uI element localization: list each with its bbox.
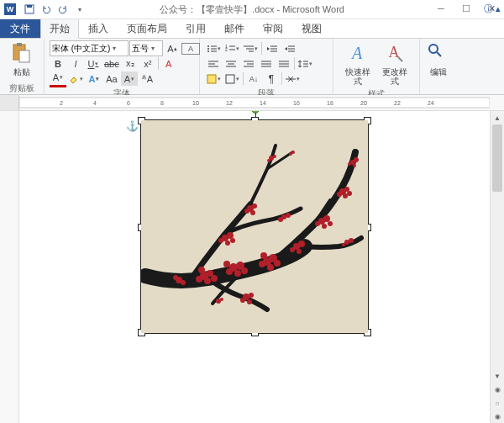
svg-point-70: [198, 267, 205, 273]
align-left-icon[interactable]: [205, 56, 222, 71]
svg-point-79: [259, 261, 265, 267]
svg-point-69: [211, 275, 218, 282]
change-styles-icon: A: [383, 42, 407, 66]
sort-icon[interactable]: A↓: [245, 71, 262, 86]
group-clipboard: 粘贴 剪贴板: [0, 39, 45, 94]
tab-references[interactable]: 引用: [176, 19, 215, 38]
show-marks-icon[interactable]: ¶: [263, 71, 280, 86]
svg-text:20: 20: [360, 100, 367, 106]
svg-point-49: [429, 45, 438, 53]
next-page-icon[interactable]: ◉: [491, 410, 504, 423]
tab-mailings[interactable]: 邮件: [215, 19, 254, 38]
svg-point-94: [244, 209, 249, 214]
svg-point-98: [278, 217, 283, 222]
group-paragraph: 12: [200, 39, 333, 94]
minimize-button[interactable]: ─: [428, 0, 454, 17]
change-styles-button[interactable]: A 更改样式: [376, 40, 413, 87]
selected-image[interactable]: ⚓: [140, 119, 369, 334]
font-color-icon[interactable]: A: [50, 71, 66, 87]
quick-styles-button[interactable]: A 快速样式: [339, 40, 376, 87]
char-shading-icon[interactable]: A: [121, 71, 138, 86]
scroll-up-icon[interactable]: ▲: [491, 111, 504, 124]
svg-text:4: 4: [93, 100, 97, 106]
svg-point-129: [173, 275, 178, 280]
text-effects-icon[interactable]: A: [86, 71, 102, 86]
multilevel-icon[interactable]: [242, 41, 260, 56]
superscript-button[interactable]: x²: [139, 56, 156, 71]
help-minimize-icon[interactable]: ⓘ ▴: [484, 3, 501, 15]
prev-page-icon[interactable]: ◉: [491, 383, 504, 396]
paste-button[interactable]: 粘贴: [3, 40, 40, 78]
group-editing: 编辑: [420, 39, 457, 94]
tab-view[interactable]: 视图: [292, 19, 331, 38]
underline-button[interactable]: U: [85, 56, 102, 71]
svg-point-124: [247, 299, 252, 304]
app-icon: W: [3, 3, 17, 16]
svg-point-86: [297, 249, 302, 254]
line-spacing-icon[interactable]: [297, 56, 314, 71]
vertical-scrollbar[interactable]: ▲ ▼ ◉ ○ ◉: [490, 111, 504, 423]
svg-point-11: [207, 50, 209, 52]
indent-icon[interactable]: [281, 41, 298, 56]
bold-button[interactable]: B: [50, 56, 66, 71]
shading-icon[interactable]: [205, 71, 223, 86]
file-tab[interactable]: 文件: [0, 19, 40, 38]
rotate-handle[interactable]: [251, 111, 260, 114]
svg-point-7: [207, 45, 209, 47]
font-family-combo[interactable]: 宋体 (中文正文): [50, 40, 129, 56]
phonetic-icon[interactable]: ぁA: [139, 71, 155, 86]
ruler-h-scale[interactable]: 2468 10121416 18202224: [19, 95, 504, 110]
svg-rect-5: [17, 43, 22, 46]
scroll-thumb[interactable]: [492, 124, 502, 192]
undo-icon[interactable]: [39, 2, 54, 17]
svg-point-108: [347, 191, 352, 196]
word-window: W ▾ 公众号：【零壹快学】.docx - Microsoft Word ─ ☐…: [0, 0, 504, 423]
save-icon[interactable]: [22, 2, 37, 17]
char-border-icon[interactable]: A: [181, 43, 200, 55]
redo-icon[interactable]: [55, 2, 71, 17]
svg-point-128: [181, 280, 186, 285]
svg-point-103: [328, 221, 333, 226]
font-size-combo[interactable]: 五号: [129, 40, 163, 56]
maximize-button[interactable]: ☐: [454, 0, 479, 17]
svg-text:22: 22: [394, 100, 401, 106]
svg-point-75: [223, 261, 230, 267]
numbering-icon[interactable]: 12: [223, 41, 241, 56]
quick-styles-icon: A: [346, 42, 370, 66]
change-case-icon[interactable]: Aa: [103, 71, 120, 86]
browse-object-icon[interactable]: ○: [491, 396, 504, 410]
svg-point-106: [337, 192, 342, 197]
scroll-down-icon[interactable]: ▼: [491, 369, 504, 383]
editing-button[interactable]: 编辑: [423, 40, 454, 78]
document-canvas[interactable]: ⚓: [19, 111, 490, 423]
svg-rect-6: [19, 50, 29, 62]
ruler-vertical[interactable]: [0, 111, 19, 423]
tab-review[interactable]: 审阅: [254, 19, 292, 38]
align-right-icon[interactable]: [240, 56, 257, 71]
qat-dropdown-icon[interactable]: ▾: [72, 2, 87, 17]
grow-font-icon[interactable]: A▴: [164, 41, 181, 56]
bullets-icon[interactable]: [205, 41, 223, 56]
strike-button[interactable]: abc: [102, 56, 121, 71]
align-distribute-icon[interactable]: [276, 56, 292, 71]
svg-point-100: [323, 215, 330, 222]
align-center-icon[interactable]: [223, 56, 239, 71]
group-font: 宋体 (中文正文) 五号 A▴ A B I U abc x₂ x² A: [45, 39, 200, 94]
align-justify-icon[interactable]: [258, 56, 275, 71]
svg-point-90: [225, 241, 230, 246]
italic-button[interactable]: I: [67, 56, 84, 71]
clear-format-icon[interactable]: A: [160, 56, 177, 71]
tab-layout[interactable]: 页面布局: [118, 19, 176, 38]
outdent-icon[interactable]: [264, 41, 281, 56]
subscript-button[interactable]: x₂: [122, 56, 139, 71]
svg-text:A: A: [350, 44, 363, 62]
asian-layout-icon[interactable]: [284, 71, 302, 86]
svg-point-105: [344, 187, 349, 192]
borders-icon[interactable]: [223, 71, 241, 86]
highlight-icon[interactable]: [67, 71, 85, 86]
svg-text:2: 2: [60, 100, 63, 106]
tab-insert[interactable]: 插入: [79, 19, 118, 38]
tab-home[interactable]: 开始: [40, 19, 79, 39]
svg-point-117: [291, 151, 295, 154]
svg-point-85: [290, 247, 295, 252]
